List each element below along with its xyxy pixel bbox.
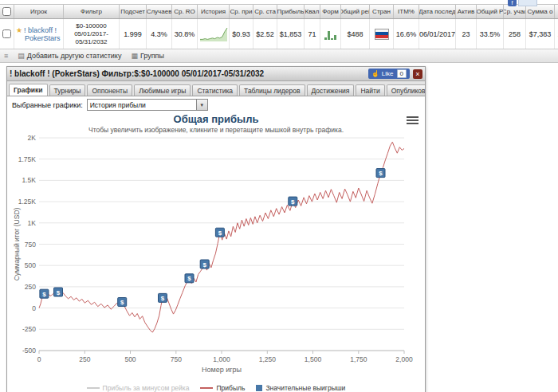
column-header-av_profit[interactable]: Ср. при [230, 5, 253, 18]
column-header-spark[interactable]: История [198, 5, 230, 18]
svg-text:1,000: 1,000 [213, 355, 230, 363]
chart-title: Общая прибыль [12, 113, 420, 125]
cell-rating: $488 [341, 19, 370, 49]
column-header-last_col[interactable]: Ср [555, 5, 558, 18]
groups-button[interactable]: ▦ Группы [131, 52, 164, 60]
player-name-link[interactable]: ! blackoff ! [24, 26, 57, 34]
cell-av_games: 4.3% [147, 19, 172, 49]
close-button[interactable]: × [413, 69, 422, 79]
legend-item-2[interactable]: Значительные выигрыши [256, 384, 345, 392]
svg-text:500: 500 [124, 355, 136, 363]
country-flag-russia [375, 29, 389, 40]
chart-subtitle: Чтобы увеличить изображение, кликните и … [12, 126, 420, 134]
column-header-flag[interactable]: Стран [370, 5, 394, 18]
column-header-filter[interactable]: Фильтр [64, 5, 120, 18]
tab-5[interactable]: Таблицы лидеров [239, 84, 305, 96]
column-header-count[interactable]: Подсчет [120, 5, 147, 18]
tab-6[interactable]: Достижения [307, 84, 355, 96]
panel-tabs: ГрафикиТурнирыОппонентыЛюбимые игрыСтати… [7, 81, 425, 96]
tab-2[interactable]: Оппоненты [87, 84, 132, 96]
cell-check[interactable] [0, 19, 14, 49]
column-header-check[interactable] [0, 5, 14, 18]
legend-line-sample [87, 387, 100, 389]
svg-text:1,500: 1,500 [305, 355, 322, 363]
add-statistics-label: Добавить другую статистику [27, 52, 122, 60]
add-statistics-icon: ▤ [18, 52, 25, 60]
svg-text:$: $ [379, 170, 383, 177]
svg-text:500: 500 [25, 261, 36, 269]
groups-label: Группы [140, 52, 164, 60]
svg-text:$: $ [120, 299, 124, 306]
stats-table: ИгрокФильтрПодсчетСлучаевСр. ROИсторияСр… [0, 4, 558, 49]
svg-text:250: 250 [79, 355, 90, 363]
column-header-av_stake[interactable]: Ср. ста [253, 5, 277, 18]
cell-av_stake: $2.52 [253, 19, 277, 49]
facebook-icon[interactable]: f [508, 0, 517, 6]
column-header-active[interactable]: Актив [456, 5, 477, 18]
favorite-star-icon[interactable]: ★ [16, 26, 22, 34]
graph-select-value: История прибыли [90, 101, 146, 109]
cell-player: ★! blackoff !PokerStars [14, 19, 64, 49]
column-header-ability[interactable]: Квал [305, 5, 320, 18]
row-checkbox[interactable] [2, 29, 11, 38]
tab-1[interactable]: Турниры [49, 84, 86, 96]
column-header-itm[interactable]: ITM% [394, 5, 419, 18]
column-header-av_games[interactable]: Случаев [147, 5, 172, 18]
chart-plot[interactable]: -500-25002505007501K1.25K1.5K1.75K2K0250… [12, 134, 420, 384]
cell-itm: 16.6% [394, 19, 419, 49]
graph-selector-row: Выбранные графики: История прибыли ▼ [7, 96, 425, 112]
facebook-like-button[interactable]: ☝ Like 0 [368, 69, 410, 79]
cell-spark [198, 19, 230, 49]
page: { "icons": {"list":"≡","add":"▤","grid":… [0, 0, 558, 392]
column-header-total_sum[interactable]: Сумма о [526, 5, 555, 18]
column-header-rating[interactable]: Общий рей [341, 5, 370, 18]
selector-label: Выбранные графики: [12, 101, 83, 109]
cell-count: 1.999 [120, 19, 147, 49]
add-statistics-button[interactable]: ▤ Добавить другую статистику [18, 52, 121, 60]
svg-text:-500: -500 [22, 347, 36, 355]
chart-legend: Прибыль за минусом рейкаПрибыльЗначитель… [12, 384, 420, 392]
column-header-bars[interactable]: Форм [320, 5, 341, 18]
cell-av_entrants: 258 [504, 19, 526, 49]
tab-0[interactable]: Графики [9, 84, 48, 96]
column-header-profit[interactable]: Прибыль [277, 5, 305, 18]
chart-menu-icon[interactable] [407, 115, 418, 126]
thumb-up-icon: ☝ [371, 70, 379, 77]
legend-item-1[interactable]: Прибыль [200, 384, 245, 392]
column-header-player[interactable]: Игрок [14, 5, 64, 18]
table-toolbar: ≡ ▤ Добавить другую статистику ▦ Группы [0, 49, 558, 63]
facebook-like-top[interactable]: f [508, 0, 537, 6]
chevron-down-icon[interactable]: ▼ [196, 100, 207, 110]
groups-icon: ▦ [131, 52, 138, 60]
svg-text:0: 0 [37, 355, 41, 363]
legend-label: Прибыль [216, 384, 245, 392]
player-site-link[interactable]: PokerStars [25, 34, 61, 42]
tab-8[interactable]: Опубликовать [387, 84, 425, 96]
svg-text:$: $ [202, 261, 206, 269]
svg-text:750: 750 [25, 241, 36, 249]
tab-4[interactable]: Статистика [192, 84, 238, 96]
column-header-av_entrants[interactable]: Ср. учас [504, 5, 526, 18]
column-header-av_roi[interactable]: Ср. RO [172, 5, 198, 18]
cell-av_roi: 30.8% [172, 19, 198, 49]
column-header-overall_r[interactable]: Общий Р [477, 5, 504, 18]
chart-svg: -500-25002505007501K1.25K1.5K1.75K2K0250… [12, 134, 415, 381]
svg-text:$: $ [187, 275, 191, 282]
cell-ability: 71 [305, 19, 320, 49]
column-header-last_date[interactable]: Дата послед [419, 5, 456, 18]
svg-text:Суммарный итог (USD): Суммарный итог (USD) [13, 207, 21, 280]
select-all-checkbox[interactable] [2, 7, 11, 16]
form-mini-bars [324, 28, 336, 40]
legend-label: Прибыль за минусом рейка [103, 384, 190, 392]
tab-3[interactable]: Любимые игры [134, 84, 191, 96]
svg-text:250: 250 [25, 283, 36, 291]
svg-text:-250: -250 [22, 325, 36, 333]
stats-table-row[interactable]: ★! blackoff !PokerStars$0-100000 05/01/2… [0, 19, 558, 49]
legend-item-0[interactable]: Прибыль за минусом рейка [87, 384, 190, 392]
profit-chart: Общая прибыль Чтобы увеличить изображени… [12, 113, 420, 392]
graph-select[interactable]: История прибыли ▼ [87, 99, 208, 111]
cell-profit: $1,853 [277, 19, 305, 49]
svg-text:2,000: 2,000 [395, 355, 413, 363]
svg-text:Номер игры: Номер игры [202, 366, 242, 374]
tab-7[interactable]: Найти [356, 84, 384, 96]
